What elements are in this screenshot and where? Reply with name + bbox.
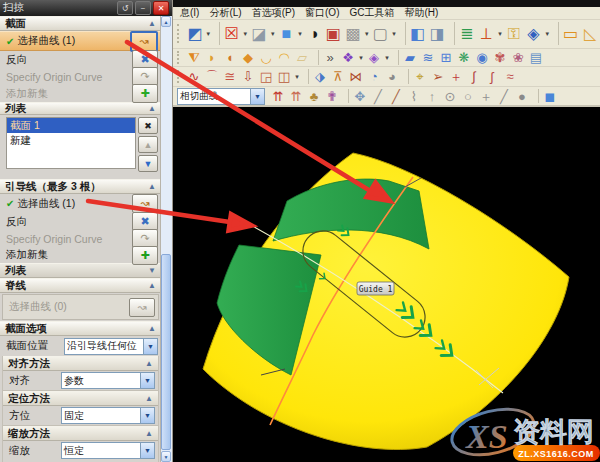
swirl-surface-icon[interactable]: ❀	[509, 49, 527, 65]
dropdown-arrow-icon[interactable]: ▾	[543, 30, 551, 38]
dropdown-arrow-icon[interactable]: ▾	[293, 73, 301, 81]
scrollbar-thumb[interactable]	[161, 254, 171, 450]
snap-view-icon[interactable]: ◩	[185, 21, 205, 47]
list-item[interactable]: 截面 1	[7, 118, 135, 133]
measure-angle-icon[interactable]: ◺	[580, 21, 600, 47]
section-add-set-button[interactable]: ✚	[132, 84, 158, 103]
combined-projection-icon[interactable]: ◲	[257, 68, 275, 85]
slash-snap-icon[interactable]: ╱	[495, 88, 513, 104]
graphics-viewport[interactable]: Guide 1 XS ZL.XS1616.COM 资料网	[173, 107, 600, 462]
four-point-surface-icon[interactable]: ▰	[401, 49, 419, 65]
list-item[interactable]: 新建	[7, 133, 135, 148]
menu-item[interactable]: 帮助(H)	[399, 6, 443, 20]
render-style-icon[interactable]: ◑	[304, 21, 324, 47]
face-snap-icon[interactable]: ●	[513, 88, 531, 104]
section-header-spine[interactable]: 脊线 ▲	[0, 278, 161, 293]
section-position-dropdown[interactable]: 沿引导线任何位 ▼	[64, 338, 158, 355]
quadrant-snap-icon[interactable]: ＋	[477, 88, 495, 104]
sheet-surface-icon[interactable]: ▱	[293, 49, 311, 65]
wireframe-box-icon[interactable]: ▢	[371, 21, 391, 47]
viewport-canvas[interactable]: Guide 1 XS ZL.XS1616.COM 资料网	[173, 107, 600, 462]
orientation-header[interactable]: 定位方法 ▲	[3, 391, 158, 406]
selection-filter-combo[interactable]: 相切曲线 ▼	[177, 88, 265, 105]
section-surface-icon[interactable]: ◖	[221, 49, 239, 65]
sheet-body-icon[interactable]: ◪	[249, 21, 269, 47]
move-up-button[interactable]: ▲	[138, 136, 158, 153]
studio-spline-icon[interactable]: ∿	[185, 68, 203, 85]
menu-item[interactable]: 息(I)	[175, 6, 204, 20]
scroll-up-icon[interactable]: ▲	[161, 16, 171, 27]
offset-surface-icon[interactable]: ◈	[365, 49, 383, 65]
offset-face-icon[interactable]: ◔	[365, 68, 383, 85]
scroll-down-icon[interactable]: ▼	[161, 451, 171, 462]
menu-item[interactable]: 窗口(O)	[300, 6, 344, 20]
move-down-button[interactable]: ▼	[138, 155, 158, 172]
booklet-icon[interactable]: ▤	[527, 49, 545, 65]
guides-add-set-button[interactable]: ✚	[132, 246, 158, 265]
dropdown-arrow-icon[interactable]: ▾	[296, 30, 304, 38]
section-listbox[interactable]: 截面 1 新建	[6, 117, 136, 169]
dropdown-arrow-icon[interactable]: ▾	[269, 30, 277, 38]
j-curve-icon[interactable]: ʃ	[483, 68, 501, 85]
flip-display-alt-icon[interactable]: ◨	[427, 21, 447, 47]
offset-curve-icon[interactable]: ≅	[221, 68, 239, 85]
section-list-header[interactable]: 列表 ▲	[0, 102, 161, 115]
measure-ruler-icon[interactable]: ▭	[561, 21, 581, 47]
role-key-icon[interactable]: ⚿	[504, 21, 524, 47]
dialog-reset-button[interactable]: ↺	[117, 1, 133, 15]
mirror-curve-icon[interactable]: ◫	[275, 68, 293, 85]
swept-surface-icon[interactable]: ◗	[203, 49, 221, 65]
display-cube-icon[interactable]: ◼	[541, 88, 559, 104]
spline-snap-icon[interactable]: ⌇	[405, 88, 423, 104]
s-curve-icon[interactable]: ∫	[465, 68, 483, 85]
dialog-titlebar[interactable]: 扫掠 ↺ − ✕	[0, 0, 172, 16]
center-snap-icon[interactable]: ⊙	[441, 88, 459, 104]
revolved-surface-icon[interactable]: ◆	[239, 49, 257, 65]
alignment-header[interactable]: 对齐方法 ▲	[3, 356, 158, 371]
line-snap-icon[interactable]: ╱	[369, 88, 387, 104]
bounded-plane-icon[interactable]: ❖	[339, 49, 357, 65]
scaling-header[interactable]: 缩放方法 ▲	[3, 426, 158, 441]
section-select-curve-row[interactable]: ✔ 选择曲线 (1) ↝	[0, 31, 161, 51]
swoop-surface-alt-icon[interactable]: ◠	[275, 49, 293, 65]
thicken-body-icon[interactable]: ◕	[383, 68, 401, 85]
overflow-chevron-icon[interactable]: »	[321, 49, 339, 65]
vector-snap-icon[interactable]: ↑	[423, 88, 441, 104]
display-window-icon[interactable]: ☒	[222, 21, 242, 47]
plus-curve-icon[interactable]: ＋	[447, 68, 465, 85]
guides-list-header[interactable]: 列表 ▼	[0, 263, 161, 278]
dropdown-arrow-icon[interactable]: ▾	[205, 30, 213, 38]
section-header-section[interactable]: 截面 ▲	[0, 16, 161, 31]
menu-item[interactable]: GC工具箱	[344, 6, 399, 20]
dropdown-arrow-icon[interactable]: ▾	[242, 30, 250, 38]
dropdown-arrow-icon[interactable]: ▾	[383, 54, 391, 62]
flow-surface-icon[interactable]: ✾	[491, 49, 509, 65]
dropdown-arrow-icon[interactable]: ▾	[496, 30, 504, 38]
menu-item[interactable]: 分析(L)	[204, 6, 246, 20]
free-move-icon[interactable]: ✥	[351, 88, 369, 104]
wcs-csys-icon[interactable]: ⟂	[477, 21, 497, 47]
project-curve-icon[interactable]: ⇩	[239, 68, 257, 85]
menu-item[interactable]: 首选项(P)	[247, 6, 300, 20]
swoop-surface-icon[interactable]: ◡	[257, 49, 275, 65]
assembly-cube-icon[interactable]: ▣	[323, 21, 343, 47]
dialog-minimize-button[interactable]: −	[135, 1, 151, 15]
pole-snap-icon[interactable]: ✟	[323, 88, 341, 104]
guides-select-curve-row[interactable]: ✔ 选择曲线 (1) ↝	[0, 194, 161, 213]
studio-surface-icon[interactable]: ❋	[455, 49, 473, 65]
bridge-curve-icon[interactable]: ⌒	[203, 68, 221, 85]
dropdown-arrow-icon[interactable]: ▾	[357, 54, 365, 62]
dropdown-arrow-icon[interactable]: ▾	[390, 30, 398, 38]
ghost-cube-icon[interactable]: ▩	[343, 21, 363, 47]
wave-curve-icon[interactable]: ≈	[501, 68, 519, 85]
through-curves-icon[interactable]: ≋	[419, 49, 437, 65]
layer-settings-icon[interactable]: ≣	[457, 21, 477, 47]
orientation-dropdown[interactable]: 固定 ▼	[61, 407, 155, 424]
spine-select-curve-button[interactable]: ↝	[129, 298, 155, 317]
arrow-curve-icon[interactable]: ➢	[429, 68, 447, 85]
split-body-icon[interactable]: ⋈	[347, 68, 365, 85]
section-header-options[interactable]: 截面选项 ▲	[0, 321, 161, 336]
mid-point-snap-icon[interactable]: ⇈	[287, 88, 305, 104]
view-diamond-icon[interactable]: ◈	[524, 21, 544, 47]
flip-display-icon[interactable]: ◧	[408, 21, 428, 47]
